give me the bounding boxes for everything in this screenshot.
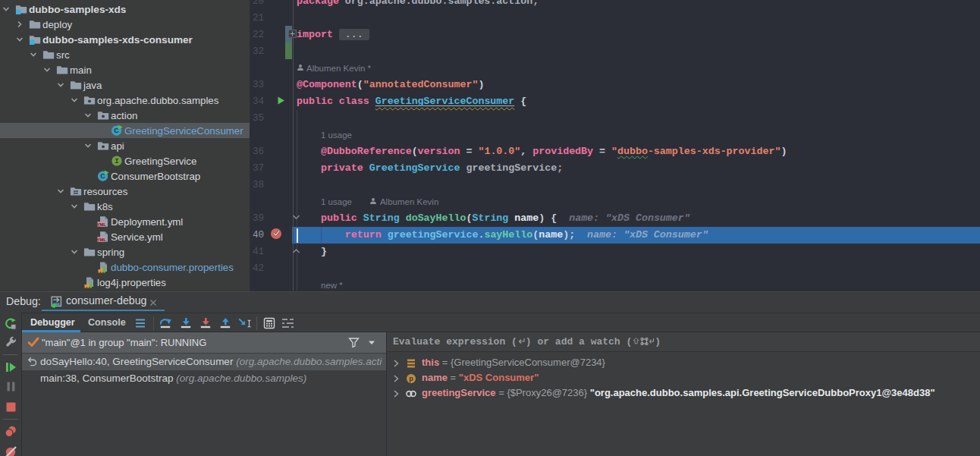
svg-text:YML: YML [97,222,106,227]
svg-text:YML: YML [97,237,106,242]
svg-text:I: I [115,158,118,165]
svg-text:p: p [409,375,413,382]
